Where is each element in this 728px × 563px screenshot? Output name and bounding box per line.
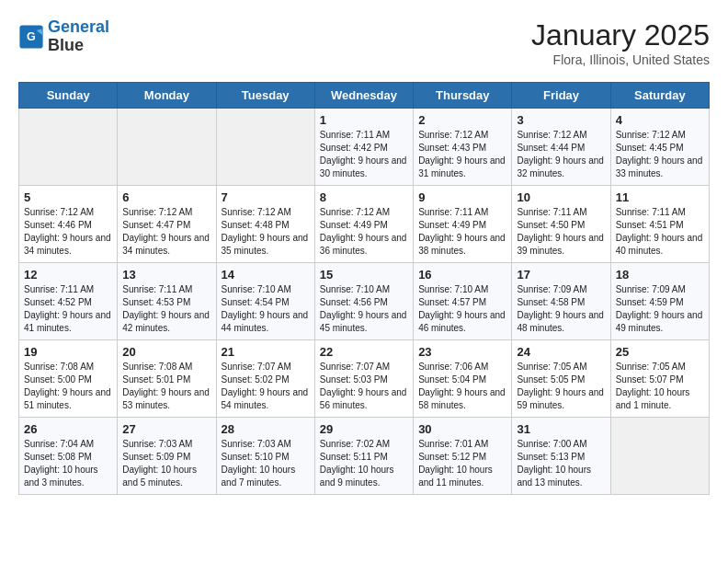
calendar-cell: 23Sunrise: 7:06 AMSunset: 5:04 PMDayligh…: [414, 340, 512, 418]
calendar-cell: 22Sunrise: 7:07 AMSunset: 5:03 PMDayligh…: [314, 340, 413, 418]
day-number: 14: [222, 268, 310, 282]
day-number: 10: [517, 190, 605, 204]
weekday-header-sunday: Sunday: [19, 83, 118, 109]
calendar-cell: 15Sunrise: 7:10 AMSunset: 4:56 PMDayligh…: [314, 263, 413, 340]
calendar-cell: [19, 109, 118, 186]
day-number: 24: [517, 345, 605, 359]
cell-info: Sunrise: 7:10 AMSunset: 4:57 PMDaylight:…: [418, 283, 506, 335]
cell-info: Sunrise: 7:08 AMSunset: 5:01 PMDaylight:…: [122, 361, 210, 412]
cell-info: Sunrise: 7:06 AMSunset: 5:04 PMDaylight:…: [418, 361, 506, 412]
cell-info: Sunrise: 7:09 AMSunset: 4:58 PMDaylight:…: [517, 283, 605, 335]
day-number: 22: [320, 345, 408, 359]
day-number: 1: [320, 113, 408, 127]
cell-info: Sunrise: 7:05 AMSunset: 5:05 PMDaylight:…: [517, 361, 605, 412]
day-number: 8: [320, 190, 408, 204]
calendar-cell: 20Sunrise: 7:08 AMSunset: 5:01 PMDayligh…: [118, 340, 216, 418]
cell-info: Sunrise: 7:11 AMSunset: 4:49 PMDaylight:…: [418, 206, 506, 258]
calendar-cell: 25Sunrise: 7:05 AMSunset: 5:07 PMDayligh…: [610, 340, 709, 418]
cell-info: Sunrise: 7:12 AMSunset: 4:43 PMDaylight:…: [418, 129, 506, 180]
calendar-cell: 9Sunrise: 7:11 AMSunset: 4:49 PMDaylight…: [414, 186, 512, 263]
cell-info: Sunrise: 7:11 AMSunset: 4:53 PMDaylight:…: [122, 283, 210, 335]
day-number: 13: [122, 268, 210, 282]
weekday-header-monday: Monday: [118, 83, 216, 109]
cell-info: Sunrise: 7:04 AMSunset: 5:08 PMDaylight:…: [24, 438, 112, 489]
calendar-cell: 3Sunrise: 7:12 AMSunset: 4:44 PMDaylight…: [512, 109, 610, 186]
svg-text:G: G: [27, 30, 36, 43]
weekday-header-tuesday: Tuesday: [216, 83, 314, 109]
calendar-cell: 10Sunrise: 7:11 AMSunset: 4:50 PMDayligh…: [512, 186, 610, 263]
cell-info: Sunrise: 7:07 AMSunset: 5:03 PMDaylight:…: [320, 361, 408, 412]
calendar-week-row: 5Sunrise: 7:12 AMSunset: 4:46 PMDaylight…: [19, 186, 710, 263]
calendar-cell: 14Sunrise: 7:10 AMSunset: 4:54 PMDayligh…: [216, 263, 314, 340]
calendar-cell: 8Sunrise: 7:12 AMSunset: 4:49 PMDaylight…: [314, 186, 413, 263]
weekday-header-row: SundayMondayTuesdayWednesdayThursdayFrid…: [19, 83, 710, 109]
day-number: 23: [418, 345, 506, 359]
weekday-header-thursday: Thursday: [414, 83, 512, 109]
day-number: 6: [122, 190, 210, 204]
title-block: January 2025 Flora, Illinois, United Sta…: [531, 18, 710, 67]
day-number: 17: [517, 268, 605, 282]
day-number: 25: [616, 345, 704, 359]
calendar-week-row: 12Sunrise: 7:11 AMSunset: 4:52 PMDayligh…: [19, 263, 710, 340]
calendar-cell: 26Sunrise: 7:04 AMSunset: 5:08 PMDayligh…: [19, 418, 118, 495]
day-number: 30: [418, 422, 506, 436]
calendar-week-row: 26Sunrise: 7:04 AMSunset: 5:08 PMDayligh…: [19, 418, 710, 495]
calendar-cell: 12Sunrise: 7:11 AMSunset: 4:52 PMDayligh…: [19, 263, 118, 340]
cell-info: Sunrise: 7:07 AMSunset: 5:02 PMDaylight:…: [222, 361, 310, 412]
calendar-cell: 16Sunrise: 7:10 AMSunset: 4:57 PMDayligh…: [414, 263, 512, 340]
cell-info: Sunrise: 7:11 AMSunset: 4:50 PMDaylight:…: [517, 206, 605, 258]
day-number: 11: [616, 190, 704, 204]
calendar-cell: 19Sunrise: 7:08 AMSunset: 5:00 PMDayligh…: [19, 340, 118, 418]
weekday-header-friday: Friday: [512, 83, 610, 109]
cell-info: Sunrise: 7:11 AMSunset: 4:52 PMDaylight:…: [24, 283, 112, 335]
day-number: 9: [418, 190, 506, 204]
calendar-cell: 24Sunrise: 7:05 AMSunset: 5:05 PMDayligh…: [512, 340, 610, 418]
calendar-cell: 31Sunrise: 7:00 AMSunset: 5:13 PMDayligh…: [512, 418, 610, 495]
day-number: 27: [122, 422, 210, 436]
calendar-cell: 30Sunrise: 7:01 AMSunset: 5:12 PMDayligh…: [414, 418, 512, 495]
cell-info: Sunrise: 7:09 AMSunset: 4:59 PMDaylight:…: [616, 283, 704, 335]
day-number: 19: [24, 345, 112, 359]
cell-info: Sunrise: 7:10 AMSunset: 4:56 PMDaylight:…: [320, 283, 408, 335]
calendar-cell: [610, 418, 709, 495]
day-number: 7: [222, 190, 310, 204]
logo-icon: G: [18, 24, 44, 50]
cell-info: Sunrise: 7:01 AMSunset: 5:12 PMDaylight:…: [418, 438, 506, 489]
logo: G GeneralBlue: [18, 18, 109, 55]
calendar-table: SundayMondayTuesdayWednesdayThursdayFrid…: [18, 82, 710, 495]
day-number: 2: [418, 113, 506, 127]
cell-info: Sunrise: 7:05 AMSunset: 5:07 PMDaylight:…: [616, 361, 704, 412]
calendar-cell: [118, 109, 216, 186]
calendar-week-row: 19Sunrise: 7:08 AMSunset: 5:00 PMDayligh…: [19, 340, 710, 418]
day-number: 5: [24, 190, 112, 204]
cell-info: Sunrise: 7:03 AMSunset: 5:10 PMDaylight:…: [222, 438, 310, 489]
day-number: 15: [320, 268, 408, 282]
day-number: 29: [320, 422, 408, 436]
calendar-cell: 5Sunrise: 7:12 AMSunset: 4:46 PMDaylight…: [19, 186, 118, 263]
calendar-cell: 21Sunrise: 7:07 AMSunset: 5:02 PMDayligh…: [216, 340, 314, 418]
day-number: 4: [616, 113, 704, 127]
cell-info: Sunrise: 7:12 AMSunset: 4:48 PMDaylight:…: [222, 206, 310, 258]
page-subtitle: Flora, Illinois, United States: [531, 52, 710, 67]
day-number: 20: [122, 345, 210, 359]
day-number: 31: [517, 422, 605, 436]
cell-info: Sunrise: 7:03 AMSunset: 5:09 PMDaylight:…: [122, 438, 210, 489]
day-number: 28: [222, 422, 310, 436]
weekday-header-saturday: Saturday: [610, 83, 709, 109]
calendar-cell: 13Sunrise: 7:11 AMSunset: 4:53 PMDayligh…: [118, 263, 216, 340]
day-number: 21: [222, 345, 310, 359]
day-number: 18: [616, 268, 704, 282]
calendar-cell: 2Sunrise: 7:12 AMSunset: 4:43 PMDaylight…: [414, 109, 512, 186]
cell-info: Sunrise: 7:11 AMSunset: 4:42 PMDaylight:…: [320, 129, 408, 180]
day-number: 16: [418, 268, 506, 282]
cell-info: Sunrise: 7:00 AMSunset: 5:13 PMDaylight:…: [517, 438, 605, 489]
cell-info: Sunrise: 7:12 AMSunset: 4:47 PMDaylight:…: [122, 206, 210, 258]
calendar-cell: 18Sunrise: 7:09 AMSunset: 4:59 PMDayligh…: [610, 263, 709, 340]
calendar-cell: 17Sunrise: 7:09 AMSunset: 4:58 PMDayligh…: [512, 263, 610, 340]
calendar-cell: 6Sunrise: 7:12 AMSunset: 4:47 PMDaylight…: [118, 186, 216, 263]
day-number: 26: [24, 422, 112, 436]
cell-info: Sunrise: 7:12 AMSunset: 4:44 PMDaylight:…: [517, 129, 605, 180]
weekday-header-wednesday: Wednesday: [314, 83, 413, 109]
page-title: January 2025: [531, 18, 710, 52]
calendar-cell: 29Sunrise: 7:02 AMSunset: 5:11 PMDayligh…: [314, 418, 413, 495]
